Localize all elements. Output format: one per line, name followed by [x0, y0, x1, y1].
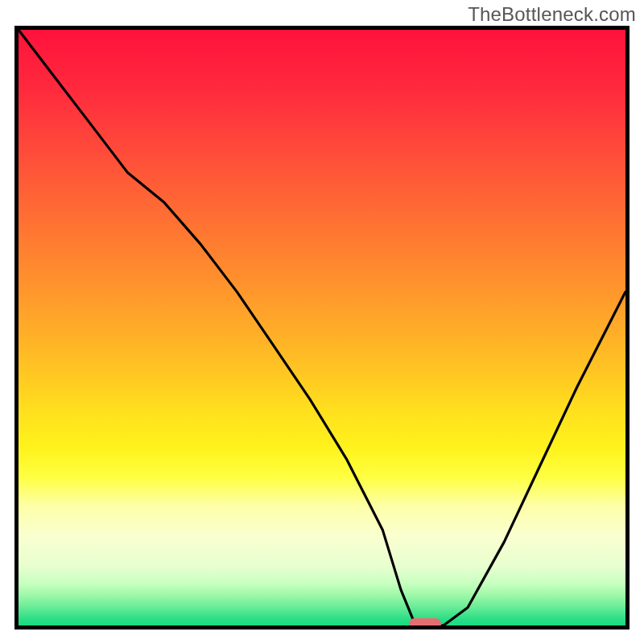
watermark-text: TheBottleneck.com	[468, 3, 636, 26]
chart-stage: TheBottleneck.com	[0, 0, 644, 644]
series-curve	[19, 30, 625, 625]
plot-area	[14, 26, 630, 630]
optimal-marker	[409, 618, 441, 630]
